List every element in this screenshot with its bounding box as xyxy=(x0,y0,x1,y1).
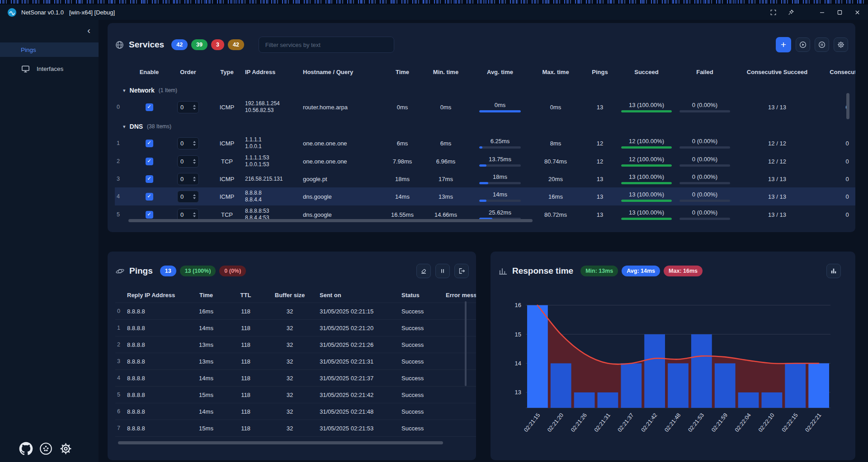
add-service-button[interactable] xyxy=(776,37,791,52)
pause-all-button[interactable] xyxy=(815,37,829,52)
spinner-buttons[interactable] xyxy=(193,105,196,110)
pin-button[interactable] xyxy=(788,9,794,16)
spinner-down-icon[interactable] xyxy=(193,162,196,164)
spinner-up-icon[interactable] xyxy=(193,212,196,214)
enable-checkbox[interactable] xyxy=(146,103,153,111)
order-spinner[interactable]: 0 xyxy=(177,191,199,203)
col-min-time[interactable]: Min. time xyxy=(420,69,471,75)
github-button[interactable] xyxy=(19,442,33,456)
spinner-up-icon[interactable] xyxy=(193,141,196,143)
enable-checkbox[interactable] xyxy=(146,193,153,201)
col-status[interactable]: Status xyxy=(396,292,440,299)
close-button[interactable] xyxy=(854,9,861,16)
col-failed[interactable]: Failed xyxy=(675,69,734,75)
order-spinner[interactable]: 0 xyxy=(177,101,199,113)
chart-bar[interactable] xyxy=(551,364,571,408)
sidebar-collapse-button[interactable] xyxy=(87,25,90,35)
spinner-buttons[interactable] xyxy=(193,177,196,182)
chart-bar[interactable] xyxy=(527,305,548,408)
spinner-up-icon[interactable] xyxy=(193,105,196,107)
col-type[interactable]: Type xyxy=(209,69,245,75)
ping-row[interactable]: 2 8.8.8.8 13ms 118 32 31/05/2025 02:21:2… xyxy=(115,336,476,353)
col-buffer-size[interactable]: Buffer size xyxy=(267,292,312,299)
service-row[interactable]: 0 0 ICMP 192.168.1.25410.56.82.53 router… xyxy=(115,98,855,116)
enable-checkbox[interactable] xyxy=(146,211,153,219)
chart-type-button[interactable] xyxy=(826,264,841,278)
ping-row[interactable]: 5 8.8.8.8 15ms 118 32 31/05/2025 02:21:4… xyxy=(115,387,476,403)
fit-window-button[interactable] xyxy=(770,9,777,16)
minimize-button[interactable] xyxy=(819,9,826,16)
order-spinner[interactable]: 0 xyxy=(177,173,199,185)
collapse-chevron-icon[interactable] xyxy=(123,124,126,130)
col-consecutive-failed[interactable]: Consecutive xyxy=(820,69,855,75)
service-row[interactable]: 2 0 TCP 1.1.1.1:531.0.0.1:53 one.one.one… xyxy=(115,152,855,170)
ping-row[interactable]: 0 8.8.8.8 16ms 118 32 31/05/2025 02:21:1… xyxy=(115,303,476,320)
export-pings-button[interactable] xyxy=(454,264,469,278)
community-button[interactable] xyxy=(39,442,53,456)
spinner-down-icon[interactable] xyxy=(193,180,196,182)
spinner-up-icon[interactable] xyxy=(193,177,196,178)
settings-button[interactable] xyxy=(59,442,73,456)
ping-row[interactable]: 3 8.8.8.8 13ms 118 32 31/05/2025 02:21:3… xyxy=(115,353,476,370)
chart-bar[interactable] xyxy=(621,364,642,408)
service-row[interactable]: 4 0 ICMP 8.8.8.88.8.4.4 dns.google 14ms … xyxy=(115,187,855,205)
order-spinner[interactable]: 0 xyxy=(177,137,199,149)
ping-row[interactable]: 6 8.8.8.8 14ms 118 32 31/05/2025 02:21:4… xyxy=(115,403,476,420)
order-spinner[interactable]: 0 xyxy=(177,155,199,168)
chart-bar[interactable] xyxy=(644,334,665,408)
enable-checkbox[interactable] xyxy=(146,175,153,183)
chart-bar[interactable] xyxy=(668,364,689,408)
maximize-button[interactable] xyxy=(836,9,843,16)
col-succeed[interactable]: Succeed xyxy=(618,69,675,75)
chart-bar[interactable] xyxy=(762,392,783,408)
chart-bar[interactable] xyxy=(808,364,829,408)
pause-pings-button[interactable] xyxy=(435,264,450,278)
services-filter-input[interactable] xyxy=(259,37,394,53)
col-enable[interactable]: Enable xyxy=(131,69,167,75)
col-ip-address[interactable]: IP Address xyxy=(245,69,303,75)
col-max-time[interactable]: Max. time xyxy=(529,69,582,75)
service-row[interactable]: 1 0 ICMP 1.1.1.11.0.0.1 one.one.one.one … xyxy=(115,134,855,152)
service-group-header[interactable]: Network (1 Item) xyxy=(115,83,855,98)
chart-bar[interactable] xyxy=(738,392,759,408)
spinner-buttons[interactable] xyxy=(193,212,196,217)
col-error-message[interactable]: Error message xyxy=(440,292,476,299)
enable-checkbox[interactable] xyxy=(146,140,153,147)
vertical-scrollbar[interactable] xyxy=(465,301,467,386)
col-time[interactable]: Time xyxy=(384,69,420,75)
ping-row[interactable]: 4 8.8.8.8 14ms 118 32 31/05/2025 02:21:3… xyxy=(115,370,476,387)
spinner-buttons[interactable] xyxy=(193,141,196,146)
enable-checkbox[interactable] xyxy=(146,158,153,165)
col-avg-time[interactable]: Avg. time xyxy=(471,69,529,75)
col-ttl[interactable]: TTL xyxy=(224,292,267,299)
services-settings-button[interactable] xyxy=(834,37,848,52)
chart-bar[interactable] xyxy=(691,334,712,408)
horizontal-scrollbar[interactable] xyxy=(128,219,533,222)
spinner-down-icon[interactable] xyxy=(193,197,196,199)
ping-row[interactable]: 7 8.8.8.8 15ms 118 32 31/05/2025 02:21:5… xyxy=(115,420,476,437)
sidebar-item-interfaces[interactable]: Interfaces xyxy=(0,61,99,76)
horizontal-scrollbar[interactable] xyxy=(118,441,443,444)
col-time[interactable]: Time xyxy=(188,292,224,299)
col-reply-ip[interactable]: Reply IP Address xyxy=(127,292,188,299)
col-consecutive-succeed[interactable]: Consecutive Succeed xyxy=(734,69,820,75)
chart-bar[interactable] xyxy=(785,364,806,408)
chart-bar[interactable] xyxy=(598,392,618,408)
col-order[interactable]: Order xyxy=(167,69,209,75)
vertical-scrollbar[interactable] xyxy=(846,93,849,119)
spinner-buttons[interactable] xyxy=(193,194,196,199)
run-all-button[interactable] xyxy=(796,37,810,52)
collapse-chevron-icon[interactable] xyxy=(123,88,126,93)
col-pings[interactable]: Pings xyxy=(582,69,618,75)
clear-pings-button[interactable] xyxy=(416,264,431,278)
service-row[interactable]: 3 0 ICMP 216.58.215.131 google.pt 18ms 1… xyxy=(115,170,855,187)
spinner-up-icon[interactable] xyxy=(193,194,196,196)
col-sent-on[interactable]: Sent on xyxy=(312,292,396,299)
spinner-up-icon[interactable] xyxy=(193,159,196,161)
chart-bar[interactable] xyxy=(574,392,595,408)
spinner-buttons[interactable] xyxy=(193,159,196,164)
ping-row[interactable]: 1 8.8.8.8 14ms 118 32 31/05/2025 02:21:2… xyxy=(115,320,476,336)
chart-bar[interactable] xyxy=(715,364,736,408)
spinner-down-icon[interactable] xyxy=(193,144,196,146)
spinner-down-icon[interactable] xyxy=(193,108,196,110)
